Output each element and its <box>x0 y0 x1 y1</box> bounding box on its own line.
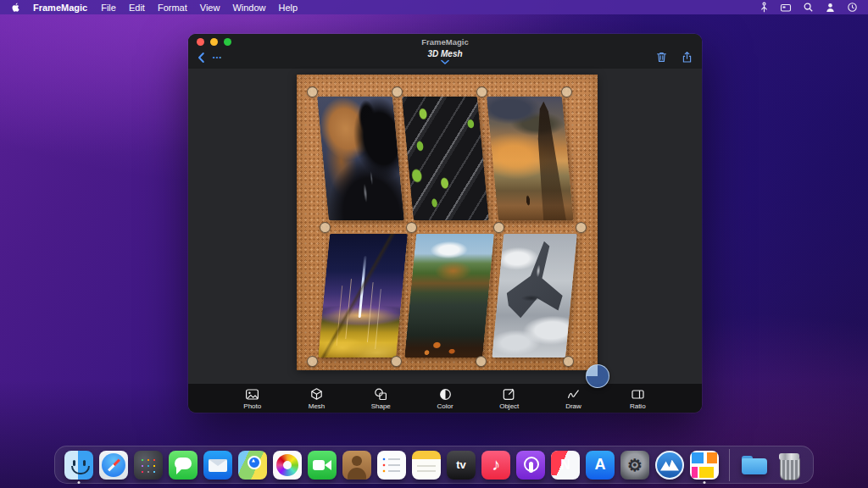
dock-messages-icon[interactable] <box>169 451 198 480</box>
photo-fantasy-tower[interactable] <box>487 97 574 220</box>
display-icon[interactable] <box>780 2 792 14</box>
dock-podcasts-icon[interactable] <box>516 451 545 480</box>
dock-facetime-icon[interactable] <box>308 451 337 480</box>
dock-photos-icon[interactable] <box>273 451 302 480</box>
photo-dubai-skyline-night[interactable] <box>318 234 408 358</box>
dock-finder-icon[interactable] <box>64 451 93 480</box>
dock-launchpad-icon[interactable] <box>134 451 163 480</box>
mesh-handle[interactable] <box>563 356 574 367</box>
dock-system-preferences-icon[interactable]: ⚙ <box>620 451 649 480</box>
menu-window[interactable]: Window <box>232 3 265 13</box>
dock-mail-icon[interactable] <box>203 451 232 480</box>
mesh-handle[interactable] <box>307 86 318 97</box>
running-indicator <box>78 481 81 484</box>
dock-notes-icon[interactable] <box>412 451 441 480</box>
dock-podcasts-icon[interactable] <box>516 451 545 480</box>
desktop: FrameMagic FileEditFormatViewWindowHelp <box>0 0 868 488</box>
toolbar-mesh-label: Mesh <box>309 402 326 410</box>
dock-maps-icon[interactable] <box>238 451 267 480</box>
locator-icon[interactable] <box>758 2 770 14</box>
dock-safari-icon[interactable] <box>99 451 128 480</box>
dock-app-store-icon[interactable]: A <box>586 451 615 480</box>
dock-messages-icon[interactable] <box>169 451 198 480</box>
mesh-handle[interactable] <box>307 356 318 367</box>
dock-framemagic-icon[interactable] <box>690 451 719 480</box>
dock-safari-icon[interactable] <box>99 451 128 480</box>
photo-fighter-jet[interactable] <box>492 234 577 358</box>
running-indicator <box>704 481 706 484</box>
dock-mountain-circle-app-icon[interactable] <box>655 451 684 480</box>
menu-file[interactable]: File <box>101 3 116 13</box>
dock-music-icon[interactable]: ♪ <box>481 451 510 480</box>
menubar-app-name[interactable]: FrameMagic <box>33 3 87 13</box>
toolbar-object[interactable]: Object <box>487 387 531 410</box>
menubar-status-icons <box>758 2 858 14</box>
dock-tv-icon[interactable]: tv <box>447 451 476 480</box>
menubar: FrameMagic FileEditFormatViewWindowHelp <box>0 0 868 14</box>
window-titlebar[interactable]: FrameMagic <box>188 34 702 48</box>
dock-divider <box>729 449 730 481</box>
search-icon[interactable] <box>802 2 814 14</box>
settings-glyph: ⚙ <box>620 451 649 480</box>
mesh-handle[interactable] <box>320 222 331 233</box>
dock-notes-icon[interactable] <box>412 451 441 480</box>
toolbar-ratio[interactable]: Ratio <box>615 387 659 410</box>
dock-mail-icon[interactable] <box>203 451 232 480</box>
dock-news-icon[interactable]: N <box>551 451 580 480</box>
dock-downloads-folder-icon[interactable] <box>740 451 769 480</box>
corkboard[interactable] <box>297 75 598 370</box>
dock-finder-icon[interactable] <box>64 451 93 480</box>
mesh-handle[interactable] <box>561 86 572 97</box>
user-switch-icon[interactable] <box>824 2 836 14</box>
bottom-toolbar: Photo Mesh Shape Color Object Draw <box>188 384 702 413</box>
dock-facetime-icon[interactable] <box>308 451 337 480</box>
menu-view[interactable]: View <box>200 3 220 13</box>
news-glyph: N <box>551 451 580 480</box>
editor-canvas[interactable] <box>188 69 702 384</box>
toolbar-shape[interactable]: Shape <box>359 387 403 410</box>
mesh-handle[interactable] <box>476 86 487 97</box>
dock-app-store-icon[interactable]: A <box>586 451 615 480</box>
mesh-handle[interactable] <box>392 86 403 97</box>
toolbar-draw[interactable]: Draw <box>552 387 596 410</box>
dock-framemagic-icon[interactable] <box>690 451 719 480</box>
dock-reminders-icon[interactable] <box>377 451 406 480</box>
trash-icon[interactable] <box>655 51 668 64</box>
window-title: FrameMagic <box>188 34 702 48</box>
view-title: 3D Mesh <box>188 49 702 58</box>
toolbar-photo[interactable]: Photo <box>231 387 275 410</box>
menu-edit[interactable]: Edit <box>129 3 145 13</box>
music-glyph: ♪ <box>481 451 510 480</box>
mesh-handle[interactable] <box>391 356 402 367</box>
dock-downloads-folder-icon[interactable] <box>740 451 769 480</box>
dock-photos-icon[interactable] <box>273 451 302 480</box>
mesh-handle[interactable] <box>576 222 587 233</box>
menu-help[interactable]: Help <box>279 3 298 13</box>
touch-pointer[interactable] <box>586 364 609 388</box>
toolbar-color[interactable]: Color <box>423 387 467 410</box>
dock-tv-icon[interactable]: tv <box>447 451 476 480</box>
photo-venom-artwork[interactable] <box>317 97 404 220</box>
share-icon[interactable] <box>681 51 693 64</box>
dock-launchpad-icon[interactable] <box>134 451 163 480</box>
dock-system-preferences-icon[interactable]: ⚙ <box>620 451 649 480</box>
dock-trash-icon[interactable] <box>775 451 804 480</box>
dock-contacts-icon[interactable] <box>342 451 371 480</box>
dock-music-icon[interactable]: ♪ <box>481 451 510 480</box>
dock-trash-icon[interactable] <box>775 451 804 480</box>
toolbar-mesh[interactable]: Mesh <box>295 387 339 410</box>
chevron-down-icon[interactable] <box>188 59 702 65</box>
dock-news-icon[interactable]: N <box>551 451 580 480</box>
mesh-handle[interactable] <box>476 356 487 367</box>
dock-maps-icon[interactable] <box>238 451 267 480</box>
apple-menu-icon[interactable] <box>10 2 21 13</box>
dock-reminders-icon[interactable] <box>377 451 406 480</box>
dock-mountain-circle-app-icon[interactable] <box>655 451 684 480</box>
menu-format[interactable]: Format <box>158 3 187 13</box>
mesh-handle[interactable] <box>406 222 417 233</box>
dock-contacts-icon[interactable] <box>342 451 371 480</box>
clock-icon[interactable] <box>846 2 858 14</box>
mesh-handle[interactable] <box>493 222 504 233</box>
photo-macro-green-buds[interactable] <box>402 97 489 220</box>
photo-mountain-lake-reflection[interactable] <box>404 234 494 358</box>
